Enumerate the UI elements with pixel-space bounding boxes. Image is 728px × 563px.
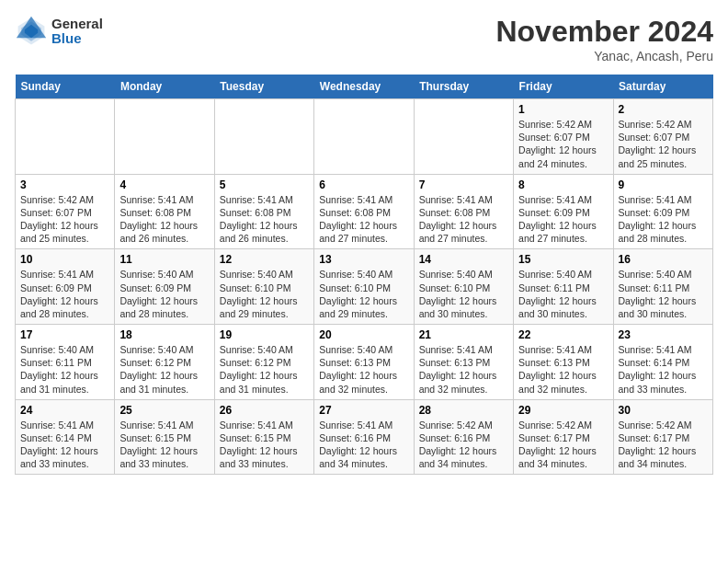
day-number: 16 [619,253,708,266]
day-number: 23 [619,328,708,341]
day-number: 4 [119,178,209,191]
calendar-cell: 29Sunrise: 5:42 AM Sunset: 6:17 PM Dayli… [514,399,613,475]
calendar-cell: 4Sunrise: 5:41 AM Sunset: 6:08 PM Daylig… [115,174,214,249]
day-content: Sunrise: 5:42 AM Sunset: 6:07 PM Dayligh… [518,118,608,170]
day-number: 6 [319,178,408,191]
calendar-cell [314,99,414,175]
day-content: Sunrise: 5:41 AM Sunset: 6:09 PM Dayligh… [20,268,109,320]
day-number: 19 [220,328,309,341]
day-number: 14 [419,253,508,266]
day-number: 11 [119,253,209,266]
location: Yanac, Ancash, Peru [495,49,713,63]
calendar-cell: 20Sunrise: 5:40 AM Sunset: 6:13 PM Dayli… [314,325,414,400]
day-number: 13 [319,253,408,266]
weekday-header-row: SundayMondayTuesdayWednesdayThursdayFrid… [16,75,713,99]
day-number: 21 [419,328,508,341]
calendar-cell: 14Sunrise: 5:40 AM Sunset: 6:10 PM Dayli… [414,249,513,325]
day-number: 7 [419,178,508,191]
calendar-cell: 28Sunrise: 5:42 AM Sunset: 6:16 PM Dayli… [414,399,513,475]
day-number: 1 [518,103,608,116]
day-content: Sunrise: 5:42 AM Sunset: 6:17 PM Dayligh… [518,419,608,471]
calendar-cell [115,99,214,175]
weekday-header-tuesday: Tuesday [214,75,313,99]
day-content: Sunrise: 5:41 AM Sunset: 6:08 PM Dayligh… [419,193,508,246]
weekday-header-sunday: Sunday [16,75,115,99]
day-content: Sunrise: 5:41 AM Sunset: 6:14 PM Dayligh… [619,343,708,396]
calendar-cell [214,99,313,175]
calendar-cell: 8Sunrise: 5:41 AM Sunset: 6:09 PM Daylig… [514,174,613,249]
logo-blue-text: Blue [51,31,103,47]
logo-icon [15,15,48,48]
day-number: 15 [518,253,608,266]
calendar-cell: 7Sunrise: 5:41 AM Sunset: 6:08 PM Daylig… [414,174,513,249]
day-number: 10 [20,253,109,266]
day-number: 27 [319,404,408,417]
day-number: 9 [619,178,708,191]
day-number: 8 [518,178,608,191]
day-content: Sunrise: 5:40 AM Sunset: 6:11 PM Dayligh… [619,268,708,320]
calendar-cell: 9Sunrise: 5:41 AM Sunset: 6:09 PM Daylig… [613,174,712,249]
calendar-cell: 3Sunrise: 5:42 AM Sunset: 6:07 PM Daylig… [16,174,115,249]
logo: General Blue [15,15,103,48]
calendar-cell: 17Sunrise: 5:40 AM Sunset: 6:11 PM Dayli… [16,325,115,400]
calendar-cell [16,99,115,175]
day-content: Sunrise: 5:40 AM Sunset: 6:11 PM Dayligh… [20,343,109,396]
weekday-header-friday: Friday [514,75,613,99]
calendar-cell: 1Sunrise: 5:42 AM Sunset: 6:07 PM Daylig… [514,99,613,175]
day-content: Sunrise: 5:42 AM Sunset: 6:17 PM Dayligh… [619,419,708,471]
page-header: General Blue November 2024 Yanac, Ancash… [15,15,713,63]
day-number: 12 [220,253,309,266]
calendar-cell: 30Sunrise: 5:42 AM Sunset: 6:17 PM Dayli… [613,399,712,475]
calendar-cell: 22Sunrise: 5:41 AM Sunset: 6:13 PM Dayli… [514,325,613,400]
calendar-cell: 16Sunrise: 5:40 AM Sunset: 6:11 PM Dayli… [613,249,712,325]
month-title: November 2024 [495,15,713,49]
day-content: Sunrise: 5:41 AM Sunset: 6:16 PM Dayligh… [319,419,408,471]
day-number: 22 [518,328,608,341]
day-number: 25 [119,404,209,417]
day-content: Sunrise: 5:41 AM Sunset: 6:08 PM Dayligh… [119,193,209,246]
day-content: Sunrise: 5:42 AM Sunset: 6:16 PM Dayligh… [419,419,508,471]
calendar-week-2: 3Sunrise: 5:42 AM Sunset: 6:07 PM Daylig… [16,174,713,249]
weekday-header-monday: Monday [115,75,214,99]
day-number: 3 [20,178,109,191]
day-content: Sunrise: 5:40 AM Sunset: 6:10 PM Dayligh… [220,268,309,320]
day-content: Sunrise: 5:40 AM Sunset: 6:10 PM Dayligh… [419,268,508,320]
calendar-cell [414,99,513,175]
calendar-cell: 26Sunrise: 5:41 AM Sunset: 6:15 PM Dayli… [214,399,313,475]
day-content: Sunrise: 5:42 AM Sunset: 6:07 PM Dayligh… [619,118,708,170]
day-content: Sunrise: 5:41 AM Sunset: 6:08 PM Dayligh… [220,193,309,246]
day-number: 20 [319,328,408,341]
calendar-table: SundayMondayTuesdayWednesdayThursdayFrid… [15,75,713,475]
day-number: 17 [20,328,109,341]
day-content: Sunrise: 5:41 AM Sunset: 6:15 PM Dayligh… [119,419,209,471]
day-content: Sunrise: 5:40 AM Sunset: 6:09 PM Dayligh… [119,268,209,320]
weekday-header-wednesday: Wednesday [314,75,414,99]
day-content: Sunrise: 5:40 AM Sunset: 6:10 PM Dayligh… [319,268,408,320]
calendar-cell: 23Sunrise: 5:41 AM Sunset: 6:14 PM Dayli… [613,325,712,400]
day-content: Sunrise: 5:40 AM Sunset: 6:12 PM Dayligh… [119,343,209,396]
calendar-week-4: 17Sunrise: 5:40 AM Sunset: 6:11 PM Dayli… [16,325,713,400]
calendar-week-3: 10Sunrise: 5:41 AM Sunset: 6:09 PM Dayli… [16,249,713,325]
calendar-cell: 5Sunrise: 5:41 AM Sunset: 6:08 PM Daylig… [214,174,313,249]
calendar-cell: 15Sunrise: 5:40 AM Sunset: 6:11 PM Dayli… [514,249,613,325]
day-content: Sunrise: 5:42 AM Sunset: 6:07 PM Dayligh… [20,193,109,246]
weekday-header-saturday: Saturday [613,75,712,99]
calendar-cell: 13Sunrise: 5:40 AM Sunset: 6:10 PM Dayli… [314,249,414,325]
calendar-cell: 27Sunrise: 5:41 AM Sunset: 6:16 PM Dayli… [314,399,414,475]
day-content: Sunrise: 5:41 AM Sunset: 6:09 PM Dayligh… [619,193,708,246]
day-number: 24 [20,404,109,417]
calendar-week-5: 24Sunrise: 5:41 AM Sunset: 6:14 PM Dayli… [16,399,713,475]
day-content: Sunrise: 5:40 AM Sunset: 6:12 PM Dayligh… [220,343,309,396]
calendar-cell: 6Sunrise: 5:41 AM Sunset: 6:08 PM Daylig… [314,174,414,249]
calendar-cell: 25Sunrise: 5:41 AM Sunset: 6:15 PM Dayli… [115,399,214,475]
day-content: Sunrise: 5:40 AM Sunset: 6:11 PM Dayligh… [518,268,608,320]
calendar-cell: 11Sunrise: 5:40 AM Sunset: 6:09 PM Dayli… [115,249,214,325]
title-block: November 2024 Yanac, Ancash, Peru [495,15,713,63]
weekday-header-thursday: Thursday [414,75,513,99]
calendar-cell: 18Sunrise: 5:40 AM Sunset: 6:12 PM Dayli… [115,325,214,400]
calendar-cell: 12Sunrise: 5:40 AM Sunset: 6:10 PM Dayli… [214,249,313,325]
logo-text: General Blue [51,17,103,47]
day-content: Sunrise: 5:41 AM Sunset: 6:08 PM Dayligh… [319,193,408,246]
day-number: 5 [220,178,309,191]
calendar-cell: 19Sunrise: 5:40 AM Sunset: 6:12 PM Dayli… [214,325,313,400]
